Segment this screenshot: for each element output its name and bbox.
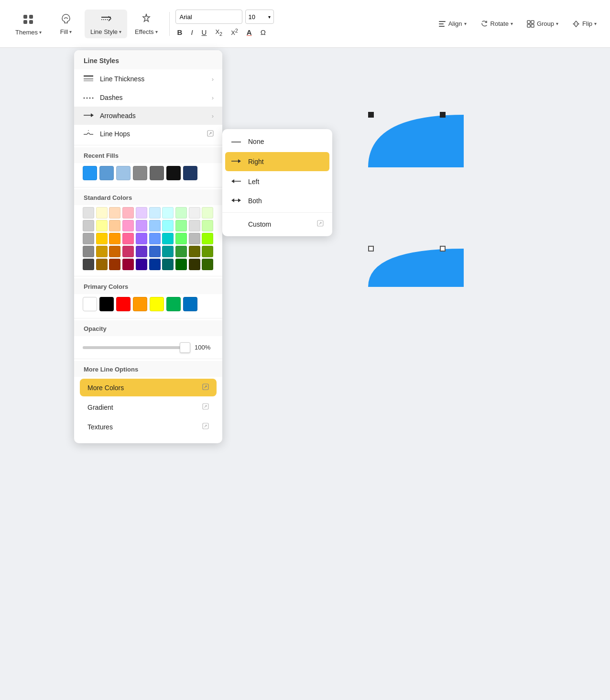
standard-color-swatch[interactable] [136, 233, 147, 244]
standard-color-swatch[interactable] [189, 246, 200, 257]
handle2-tl[interactable] [368, 246, 374, 252]
arrow-custom-item[interactable]: Custom [222, 215, 332, 233]
standard-color-swatch[interactable] [162, 220, 174, 231]
standard-color-swatch[interactable] [96, 259, 108, 270]
standard-color-swatch[interactable] [162, 233, 174, 244]
italic-button[interactable]: I [189, 27, 195, 37]
opacity-thumb[interactable] [180, 342, 190, 353]
line-hops-item[interactable]: Line Hops [74, 125, 222, 143]
standard-color-swatch[interactable] [202, 246, 213, 257]
recent-fill-swatch[interactable] [183, 166, 197, 180]
standard-color-swatch[interactable] [202, 207, 213, 219]
rotate-button[interactable]: Rotate ▾ [476, 18, 517, 30]
standard-color-swatch[interactable] [149, 220, 161, 231]
standard-color-swatch[interactable] [96, 246, 108, 257]
primary-color-swatch[interactable] [83, 297, 97, 311]
standard-color-swatch[interactable] [83, 259, 94, 270]
standard-color-swatch[interactable] [136, 246, 147, 257]
standard-color-swatch[interactable] [136, 259, 147, 270]
standard-color-swatch[interactable] [202, 233, 213, 244]
standard-color-swatch[interactable] [83, 233, 94, 244]
standard-color-swatch[interactable] [189, 233, 200, 244]
standard-color-swatch[interactable] [175, 233, 187, 244]
standard-color-swatch[interactable] [189, 207, 200, 219]
line-style-button[interactable]: Line Style ▾ [85, 10, 127, 38]
recent-fill-swatch[interactable] [166, 166, 181, 180]
dashes-item[interactable]: Dashes › [74, 88, 222, 107]
standard-color-swatch[interactable] [162, 207, 174, 219]
underline-button[interactable]: U [200, 27, 209, 37]
standard-color-swatch[interactable] [109, 233, 120, 244]
subscript-button[interactable]: X2 [213, 27, 224, 38]
standard-color-swatch[interactable] [122, 259, 134, 270]
standard-color-swatch[interactable] [149, 207, 161, 219]
recent-fill-swatch[interactable] [83, 166, 97, 180]
bold-button[interactable]: B [175, 27, 185, 37]
standard-color-swatch[interactable] [189, 220, 200, 231]
superscript-button[interactable]: X2 [229, 27, 240, 37]
align-button[interactable]: Align ▾ [434, 18, 470, 30]
standard-color-swatch[interactable] [109, 246, 120, 257]
themes-button[interactable]: Themes ▾ [10, 9, 47, 39]
standard-color-swatch[interactable] [149, 259, 161, 270]
primary-color-swatch[interactable] [133, 297, 147, 311]
standard-color-swatch[interactable] [136, 207, 147, 219]
group-button[interactable]: Group ▾ [523, 18, 562, 30]
fill-button[interactable]: Fill ▾ [49, 10, 83, 38]
standard-color-swatch[interactable] [122, 207, 134, 219]
standard-color-swatch[interactable] [122, 220, 134, 231]
standard-color-swatch[interactable] [122, 233, 134, 244]
primary-color-swatch[interactable] [183, 297, 197, 311]
arrow-none-item[interactable]: None [222, 132, 332, 151]
standard-color-swatch[interactable] [189, 259, 200, 270]
more-colors-button[interactable]: More Colors [80, 379, 217, 396]
handle-tr[interactable] [440, 112, 446, 118]
standard-color-swatch[interactable] [202, 220, 213, 231]
line-thickness-item[interactable]: Line Thickness › [74, 69, 222, 88]
standard-color-swatch[interactable] [109, 220, 120, 231]
arrow-both-item[interactable]: Both [222, 191, 332, 210]
omega-button[interactable]: Ω [259, 27, 268, 37]
flip-button[interactable]: Flip ▾ [568, 18, 600, 30]
primary-color-swatch[interactable] [166, 297, 181, 311]
standard-color-swatch[interactable] [83, 220, 94, 231]
gradient-button[interactable]: Gradient [80, 398, 217, 416]
standard-color-swatch[interactable] [96, 220, 108, 231]
standard-color-swatch[interactable] [96, 207, 108, 219]
recent-fill-swatch[interactable] [150, 166, 164, 180]
standard-color-swatch[interactable] [136, 220, 147, 231]
standard-color-swatch[interactable] [149, 246, 161, 257]
standard-color-swatch[interactable] [122, 246, 134, 257]
standard-color-swatch[interactable] [109, 259, 120, 270]
textures-button[interactable]: Textures [80, 418, 217, 436]
standard-color-swatch[interactable] [83, 246, 94, 257]
standard-color-swatch[interactable] [162, 259, 174, 270]
standard-color-swatch[interactable] [96, 233, 108, 244]
standard-color-swatch[interactable] [202, 259, 213, 270]
standard-color-swatch[interactable] [175, 220, 187, 231]
arrow-left-item[interactable]: Left [222, 172, 332, 191]
standard-color-swatch[interactable] [162, 246, 174, 257]
arrow-right-item[interactable]: Right [225, 152, 329, 171]
standard-color-swatch[interactable] [109, 207, 120, 219]
handle2-tr[interactable] [440, 246, 446, 252]
standard-color-swatch[interactable] [175, 246, 187, 257]
recent-fill-swatch[interactable] [133, 166, 147, 180]
font-size-input[interactable]: 10 ▾ [245, 10, 274, 24]
standard-color-swatch[interactable] [175, 207, 187, 219]
recent-fill-swatch[interactable] [99, 166, 114, 180]
opacity-slider[interactable] [83, 346, 190, 349]
blue-shape [368, 115, 464, 167]
effects-button[interactable]: Effects ▾ [129, 10, 163, 38]
standard-color-swatch[interactable] [175, 259, 187, 270]
recent-fill-swatch[interactable] [116, 166, 131, 180]
primary-color-swatch[interactable] [150, 297, 164, 311]
primary-color-swatch[interactable] [116, 297, 131, 311]
font-color-button[interactable]: A [245, 27, 254, 37]
primary-color-swatch[interactable] [99, 297, 114, 311]
standard-color-swatch[interactable] [149, 233, 161, 244]
standard-color-swatch[interactable] [83, 207, 94, 219]
arrowheads-item[interactable]: Arrowheads › [74, 107, 222, 125]
font-name-input[interactable] [175, 10, 242, 24]
handle-tl[interactable] [368, 112, 374, 118]
